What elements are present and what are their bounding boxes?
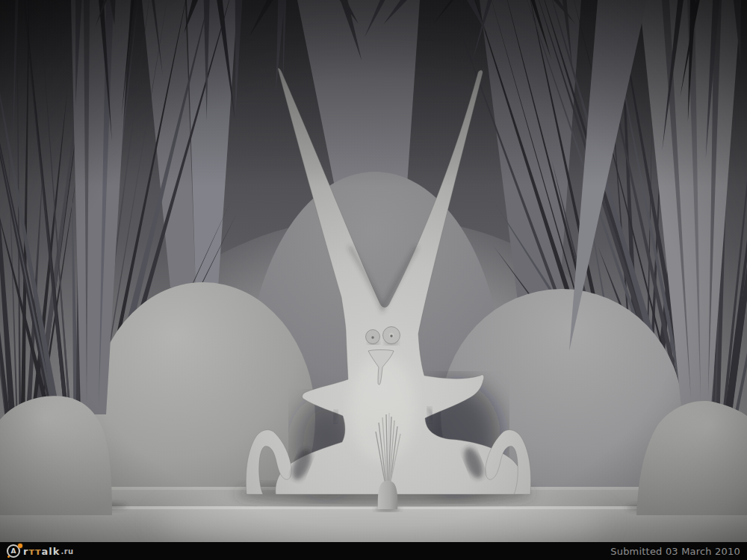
logo-orange-dot-icon	[18, 544, 22, 548]
logo-orange-dot-small-icon	[7, 556, 10, 558]
watermark-bar: A rттalk .ru Submitted 03 March 2010	[0, 542, 747, 560]
logo-tld: .ru	[61, 547, 73, 556]
logo-text: rттalk	[23, 547, 60, 556]
artwork-render	[0, 0, 747, 542]
submitted-date: Submitted 03 March 2010	[610, 546, 740, 557]
arttalk-logo: A rттalk .ru	[7, 544, 74, 558]
vignette-overlay	[0, 0, 747, 542]
artwork-screenshot: A rттalk .ru Submitted 03 March 2010	[0, 0, 747, 560]
